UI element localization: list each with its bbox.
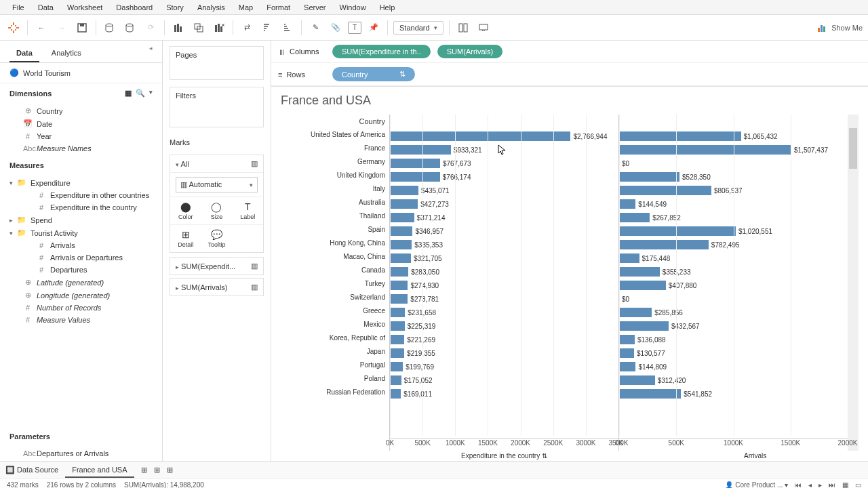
bar-expenditure[interactable]: [390, 226, 412, 236]
bar-arrivals[interactable]: [619, 281, 666, 290]
menu-format[interactable]: Format: [260, 1, 297, 13]
new-datasource-icon[interactable]: [102, 20, 118, 36]
nav-prev-icon[interactable]: ◂: [808, 481, 812, 488]
menu-file[interactable]: File: [5, 1, 31, 13]
clear-icon[interactable]: [211, 20, 227, 36]
forward-icon[interactable]: →: [54, 20, 70, 36]
bar-expenditure[interactable]: [390, 267, 408, 277]
presentation-icon[interactable]: [475, 20, 492, 36]
label-card[interactable]: TLabel: [232, 197, 263, 224]
bar-arrivals[interactable]: [619, 186, 711, 195]
pill-country[interactable]: Country⇅: [332, 67, 415, 81]
menu-window[interactable]: Window: [333, 1, 373, 13]
measure-field[interactable]: #Arrivals or Departures: [4, 251, 158, 264]
bar-arrivals[interactable]: [619, 145, 791, 155]
pin-icon[interactable]: 📌: [366, 20, 382, 36]
measure-field[interactable]: #Departures: [4, 264, 158, 276]
tab-data[interactable]: Data: [9, 45, 39, 62]
dimension-field[interactable]: 📅Date: [4, 117, 158, 130]
sort-asc-icon[interactable]: [259, 20, 275, 36]
measure-folder[interactable]: ▸📁Spend: [4, 214, 158, 226]
measure-field[interactable]: #Arrivals: [4, 239, 158, 251]
bar-expenditure[interactable]: [390, 375, 401, 385]
parameter-field[interactable]: AbcDepartures or Arrivals: [4, 447, 158, 460]
new-story-icon[interactable]: ⊞: [167, 466, 173, 474]
slide-icon[interactable]: ▭: [855, 481, 861, 488]
bar-arrivals[interactable]: [619, 199, 635, 209]
marks-all-header[interactable]: ▾ All ▥: [170, 155, 263, 173]
pill-expenditure[interactable]: SUM(Expenditure in th..: [332, 45, 431, 58]
bar-expenditure[interactable]: [390, 145, 451, 155]
bar-arrivals[interactable]: [619, 172, 679, 182]
columns-shelf[interactable]: ⫼Columns SUM(Expenditure in th.. SUM(Arr…: [271, 41, 868, 63]
view-icon[interactable]: ▦: [125, 89, 132, 98]
tab-analytics[interactable]: Analytics: [45, 45, 88, 62]
bar-expenditure[interactable]: [390, 294, 408, 304]
save-icon[interactable]: [74, 20, 90, 36]
swap-icon[interactable]: ⇄: [239, 20, 255, 36]
pages-shelf[interactable]: Pages: [170, 46, 264, 80]
highlight-icon[interactable]: ✎: [307, 20, 323, 36]
back-icon[interactable]: ←: [33, 20, 50, 36]
measure-field[interactable]: #Expenditure in the country: [4, 201, 158, 214]
size-card[interactable]: ◯Size: [201, 197, 233, 224]
fit-dropdown[interactable]: Standard▾: [393, 21, 443, 35]
rows-shelf[interactable]: ≡Rows Country⇅: [271, 63, 868, 86]
bar-arrivals[interactable]: [619, 308, 652, 317]
bar-arrivals[interactable]: [619, 213, 650, 222]
group-icon[interactable]: 📎: [328, 20, 344, 36]
color-card[interactable]: ⬤Color: [170, 197, 201, 224]
tableau-logo-icon[interactable]: [5, 20, 22, 36]
bar-expenditure[interactable]: [390, 335, 404, 344]
tooltip-card[interactable]: 💬Tooltip: [201, 224, 233, 252]
new-worksheet-icon[interactable]: [170, 20, 186, 36]
scrollbar[interactable]: [848, 115, 859, 451]
bar-expenditure[interactable]: [390, 348, 404, 358]
bar-arrivals[interactable]: [619, 131, 741, 141]
worksheet-tab[interactable]: France and USA: [65, 463, 134, 478]
menu-dashboard[interactable]: Dashboard: [109, 1, 159, 13]
detail-card[interactable]: ⊞Detail: [170, 224, 201, 252]
measure-field[interactable]: #Number of Records: [4, 302, 158, 314]
bar-expenditure[interactable]: [390, 213, 414, 222]
pause-updates-icon[interactable]: [122, 20, 138, 36]
nav-last-icon[interactable]: ⏭: [829, 481, 835, 488]
search-icon[interactable]: 🔍: [136, 89, 145, 98]
dimension-field[interactable]: #Year: [4, 130, 158, 142]
pill-arrivals[interactable]: SUM(Arrivals): [437, 45, 502, 58]
bar-expenditure[interactable]: [390, 253, 411, 263]
bar-arrivals[interactable]: [619, 375, 655, 385]
bar-arrivals[interactable]: [619, 335, 635, 344]
bar-arrivals[interactable]: [619, 321, 669, 331]
menu-worksheet[interactable]: Worksheet: [60, 1, 109, 13]
bar-expenditure[interactable]: [390, 131, 570, 141]
marks-expenditure[interactable]: ▸ SUM(Expendit... ▥: [170, 257, 264, 275]
bar-arrivals[interactable]: [619, 389, 681, 399]
bar-expenditure[interactable]: [390, 199, 418, 209]
dimension-field[interactable]: AbcMeasure Names: [4, 142, 158, 155]
bar-expenditure[interactable]: [390, 186, 418, 195]
menu-server[interactable]: Server: [297, 1, 332, 13]
nav-first-icon[interactable]: ⏮: [795, 481, 802, 488]
bar-arrivals[interactable]: [619, 267, 660, 277]
filters-shelf[interactable]: Filters: [170, 87, 264, 127]
menu-story[interactable]: Story: [159, 1, 191, 13]
mark-type-dropdown[interactable]: ▥ Automatic▾: [176, 177, 258, 192]
menu-data[interactable]: Data: [31, 1, 60, 13]
bar-arrivals[interactable]: [619, 253, 639, 263]
bar-expenditure[interactable]: [390, 389, 401, 399]
bar-arrivals[interactable]: [619, 226, 736, 236]
menu-analysis[interactable]: Analysis: [191, 1, 232, 13]
viz-title[interactable]: France and USA: [271, 87, 868, 115]
bar-arrivals[interactable]: [619, 240, 709, 249]
labels-icon[interactable]: T: [348, 22, 361, 34]
bar-expenditure[interactable]: [390, 308, 405, 317]
show-me-button[interactable]: Show Me: [816, 22, 863, 33]
menu-help[interactable]: Help: [373, 1, 402, 13]
measure-folder[interactable]: ▾📁Tourist Activity: [4, 226, 158, 239]
chart[interactable]: Country United States of AmericaFranceGe…: [271, 115, 868, 451]
measure-field[interactable]: #Expenditure in other countries: [4, 189, 158, 201]
menu-map[interactable]: Map: [232, 1, 260, 13]
bar-expenditure[interactable]: [390, 321, 405, 331]
nav-next-icon[interactable]: ▸: [818, 481, 822, 488]
